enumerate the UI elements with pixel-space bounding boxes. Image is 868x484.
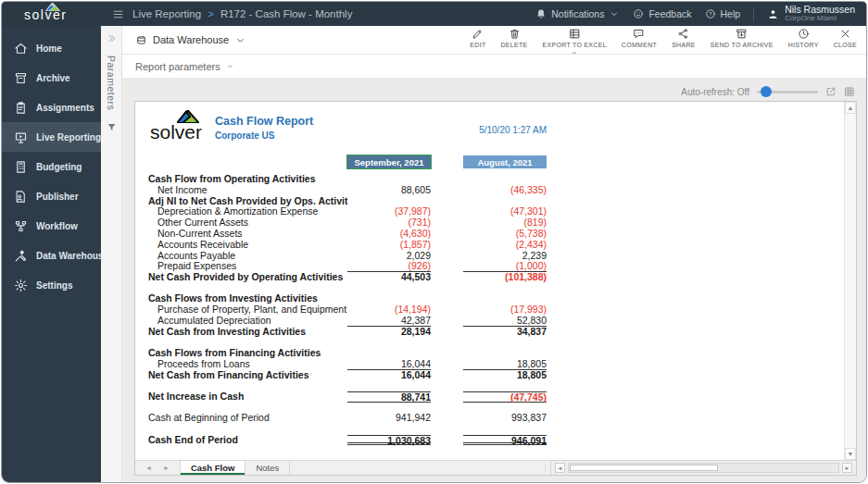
app-logo: solver xyxy=(2,2,101,26)
send-to-archive-button[interactable]: SEND TO ARCHIVE xyxy=(711,24,774,48)
history-button[interactable]: HISTORY xyxy=(788,24,819,48)
popout-icon[interactable] xyxy=(825,86,837,97)
notifications-button[interactable]: Notifications xyxy=(535,8,620,19)
table-spacer-row xyxy=(148,283,844,294)
comment-button[interactable]: COMMENT xyxy=(622,24,657,48)
sheet-tab-bar: ◄ ► Cash FlowNotes ⋮ ◄ ► xyxy=(135,460,856,475)
export-to-excel-button[interactable]: EXPORT TO EXCEL xyxy=(543,24,607,56)
settings-icon xyxy=(14,279,28,292)
data-warehouse-icon xyxy=(14,249,28,263)
close-button[interactable]: CLOSE xyxy=(834,24,857,48)
live-reporting-icon xyxy=(14,130,28,144)
horizontal-scroll-thumb[interactable] xyxy=(570,465,718,471)
report-body: solver Cash Flow Report Corporate US 5/1… xyxy=(135,102,844,460)
table-spacer-row xyxy=(148,424,844,435)
trash-icon xyxy=(509,28,521,40)
send-archive-icon xyxy=(736,28,748,40)
feedback-button[interactable]: Feedback xyxy=(633,8,691,19)
share-button[interactable]: SHARE xyxy=(672,24,696,48)
edit-button[interactable]: EDIT xyxy=(470,24,485,48)
table-row: Accumulated Depreciation42,38752,830 xyxy=(148,316,844,327)
tabs-scroll-left-icon[interactable]: ◄ xyxy=(145,465,152,471)
scroll-up-icon[interactable]: ▲ xyxy=(845,102,856,114)
budgeting-icon xyxy=(14,160,28,174)
main-area: Data Warehouse EDITDELETEEXPORT TO EXCEL… xyxy=(122,26,866,482)
tabs-scroll-right-icon[interactable]: ► xyxy=(163,465,170,471)
scroll-left-icon[interactable]: ◄ xyxy=(555,463,565,473)
report-timestamp: 5/10/20 1:27 AM xyxy=(148,125,547,135)
table-row: Prepaid Expenses(926)(1,000) xyxy=(148,261,844,272)
sidebar: HomeArchiveAssignmentsLive ReportingBudg… xyxy=(2,26,101,482)
slider-knob[interactable] xyxy=(761,86,772,97)
breadcrumb-section[interactable]: Live Reporting xyxy=(132,8,201,19)
person-icon xyxy=(767,8,779,20)
tab-cash-flow[interactable]: Cash Flow xyxy=(180,461,246,475)
table-row: Cash End of Period1,030,683946,091 xyxy=(148,435,844,446)
column-header-september[interactable]: September, 2021 xyxy=(347,155,431,168)
chevron-down-icon xyxy=(234,34,246,46)
scroll-down-icon[interactable]: ▼ xyxy=(845,448,856,460)
close-icon xyxy=(839,28,851,40)
toolbar-actions: EDITDELETEEXPORT TO EXCELCOMMENTSHARESEN… xyxy=(470,24,857,56)
topbar: solver Live Reporting > R172 - Cash Flow… xyxy=(2,2,866,26)
table-spacer-row xyxy=(148,381,844,392)
share-icon xyxy=(677,28,689,40)
pencil-icon xyxy=(472,28,484,40)
tab-notes[interactable]: Notes xyxy=(245,461,290,475)
topbar-divider xyxy=(753,7,754,21)
home-icon xyxy=(14,42,28,56)
report-table: Cash Flow from Operating ActivitiesNet I… xyxy=(148,174,844,445)
sidebar-item-home[interactable]: Home xyxy=(2,33,101,63)
sidebar-item-data-warehouse[interactable]: Data Warehouse xyxy=(2,241,101,270)
table-spacer-row xyxy=(148,338,844,349)
autorefresh-slider[interactable] xyxy=(757,91,818,93)
table-row: Accounts Payable2,0292,239 xyxy=(148,251,844,262)
smiley-icon xyxy=(633,8,644,19)
sidebar-item-publisher[interactable]: Publisher xyxy=(2,181,101,211)
table-row: Cash Flows from Financing Activities xyxy=(148,348,844,359)
expand-panel-icon[interactable] xyxy=(107,33,117,43)
data-warehouse-context-button[interactable]: Data Warehouse xyxy=(135,34,246,46)
report-header: solver Cash Flow Report Corporate US 5/1… xyxy=(148,109,844,154)
sidebar-item-workflow[interactable]: Workflow xyxy=(2,211,101,241)
sidebar-item-live-reporting[interactable]: Live Reporting xyxy=(2,122,101,152)
table-row: Net Increase in Cash88,741(47,745) xyxy=(148,391,844,403)
table-row: Cash Flow from Operating Activities xyxy=(148,174,844,185)
sheet-tabs: Cash FlowNotes xyxy=(180,461,290,475)
autorefresh-label: Auto-refresh: Off xyxy=(681,87,749,97)
sidebar-item-settings[interactable]: Settings xyxy=(2,270,101,300)
topbar-right: Notifications Feedback Help Nils Rasmuss… xyxy=(535,5,866,23)
table-row: Cash at Beginning of Period941,942993,83… xyxy=(148,413,844,424)
column-header-august[interactable]: August, 2021 xyxy=(463,155,547,168)
table-row: Purchase of Property, Plant, and Equipme… xyxy=(148,304,844,316)
filter-icon[interactable] xyxy=(107,122,117,132)
delete-button[interactable]: DELETE xyxy=(500,24,527,48)
table-row: Adj NI to Net Cash Provided by Ops. Acti… xyxy=(148,196,844,207)
table-spacer-row xyxy=(148,403,844,414)
table-row: Net Cash Provided by Operating Activitie… xyxy=(148,272,844,283)
user-menu[interactable]: Nils Rasmussen CorpOne Miami xyxy=(767,5,855,23)
app-brand: solver xyxy=(24,7,67,22)
report-parameters-toggle[interactable]: Report parameters xyxy=(122,55,866,79)
scrollbar-gripper[interactable]: ⋮ xyxy=(539,461,550,475)
table-row: Cash Flows from Investing Activities xyxy=(148,293,844,304)
vertical-scrollbar[interactable]: ▲ ▼ xyxy=(844,102,856,460)
table-row: Net Income88,605(46,335) xyxy=(148,185,844,196)
database-icon xyxy=(135,34,147,46)
table-row: Depreciation & Amortization Expense(37,9… xyxy=(148,206,844,217)
horizontal-scrollbar[interactable]: ◄ ► xyxy=(550,461,856,475)
history-icon xyxy=(798,28,810,40)
grid-view-icon[interactable] xyxy=(844,86,855,97)
content-area: Auto-refresh: Off solver Cash Flow Repor… xyxy=(122,79,866,482)
help-button[interactable]: Help xyxy=(705,8,741,19)
sidebar-item-assignments[interactable]: Assignments xyxy=(2,93,101,122)
scroll-right-icon[interactable]: ► xyxy=(842,463,852,473)
menu-icon[interactable] xyxy=(112,8,124,20)
excel-icon xyxy=(569,28,581,40)
table-row: Net Cash from Financing Activities16,044… xyxy=(148,370,844,381)
parameters-panel-label: Parameters xyxy=(106,56,117,110)
sidebar-item-archive[interactable]: Archive xyxy=(2,63,101,93)
table-row: Net Cash from Investing Activities28,194… xyxy=(148,327,844,338)
sidebar-item-budgeting[interactable]: Budgeting xyxy=(2,152,101,181)
breadcrumb: Live Reporting > R172 - Cash Flow - Mont… xyxy=(132,8,352,19)
